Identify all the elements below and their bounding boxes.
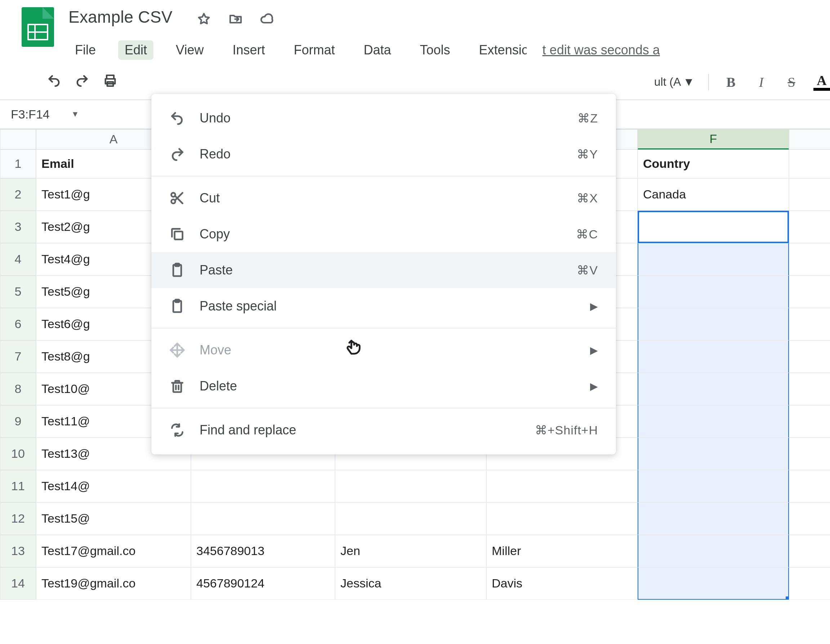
bold-button[interactable]: B bbox=[723, 74, 739, 90]
cell[interactable] bbox=[789, 438, 830, 470]
col-header-f[interactable]: F bbox=[638, 129, 789, 149]
cell[interactable]: Test15@ bbox=[36, 502, 191, 535]
cell[interactable] bbox=[638, 470, 789, 502]
cell[interactable] bbox=[638, 405, 789, 438]
cell[interactable] bbox=[789, 243, 830, 275]
cell[interactable]: Test17@gmail.co bbox=[36, 535, 191, 567]
cell[interactable] bbox=[638, 438, 789, 470]
cell[interactable] bbox=[789, 502, 830, 535]
cell[interactable] bbox=[638, 243, 789, 275]
cell[interactable]: Jessica bbox=[335, 567, 486, 600]
active-cell[interactable] bbox=[638, 211, 789, 243]
cell[interactable]: Test19@gmail.co bbox=[36, 567, 191, 600]
select-all-corner[interactable] bbox=[0, 129, 36, 149]
cloud-status-icon[interactable] bbox=[260, 12, 274, 29]
cell[interactable] bbox=[789, 178, 830, 211]
font-family-picker[interactable]: ult (A ▼ bbox=[654, 75, 695, 89]
menu-delete[interactable]: Delete ▶ bbox=[151, 368, 616, 404]
row-header[interactable]: 2 bbox=[0, 178, 36, 211]
row-header[interactable]: 10 bbox=[0, 438, 36, 470]
cell[interactable]: Davis bbox=[486, 567, 638, 600]
document-title[interactable]: Example CSV bbox=[68, 8, 173, 26]
row-header[interactable]: 6 bbox=[0, 308, 36, 340]
menu-view[interactable]: View bbox=[169, 40, 210, 60]
cell[interactable] bbox=[638, 502, 789, 535]
row-header[interactable]: 3 bbox=[0, 211, 36, 243]
menu-paste-special[interactable]: Paste special ▶ bbox=[151, 288, 616, 324]
move-to-folder-icon[interactable] bbox=[228, 12, 243, 29]
name-box[interactable]: F3:F14 ▼ bbox=[11, 107, 87, 121]
cell[interactable]: Canada bbox=[638, 178, 789, 211]
cell[interactable] bbox=[638, 308, 789, 340]
text-color-button[interactable]: A bbox=[813, 73, 830, 91]
col-header-g[interactable] bbox=[789, 129, 830, 149]
redo-icon bbox=[169, 146, 185, 162]
cell[interactable]: 3456789013 bbox=[191, 535, 335, 567]
menu-cut[interactable]: Cut ⌘X bbox=[151, 180, 616, 216]
menu-undo[interactable]: Undo ⌘Z bbox=[151, 100, 616, 136]
cell[interactable]: Test14@ bbox=[36, 470, 191, 502]
row-header[interactable]: 9 bbox=[0, 405, 36, 438]
last-edit-link[interactable]: t edit was seconds a bbox=[543, 43, 660, 58]
menu-insert[interactable]: Insert bbox=[226, 40, 271, 60]
cell[interactable] bbox=[789, 373, 830, 405]
print-icon[interactable] bbox=[103, 73, 117, 91]
cell[interactable] bbox=[335, 470, 486, 502]
cell[interactable] bbox=[789, 405, 830, 438]
menu-item-label: Copy bbox=[200, 226, 562, 242]
menu-find-replace[interactable]: Find and replace ⌘+Shift+H bbox=[151, 412, 616, 448]
row-header[interactable]: 1 bbox=[0, 149, 36, 178]
menu-paste[interactable]: Paste ⌘V bbox=[151, 252, 616, 288]
menu-item-label: Find and replace bbox=[200, 422, 521, 438]
menu-data[interactable]: Data bbox=[357, 40, 398, 60]
menu-copy[interactable]: Copy ⌘C bbox=[151, 216, 616, 252]
cell[interactable]: Country bbox=[638, 149, 789, 178]
redo-icon[interactable] bbox=[75, 73, 89, 91]
row-header[interactable]: 12 bbox=[0, 502, 36, 535]
strikethrough-button[interactable]: S bbox=[783, 74, 800, 90]
cell[interactable] bbox=[789, 308, 830, 340]
cell[interactable] bbox=[191, 470, 335, 502]
row-header[interactable]: 13 bbox=[0, 535, 36, 567]
row-header[interactable]: 11 bbox=[0, 470, 36, 502]
row-header[interactable]: 4 bbox=[0, 243, 36, 275]
cell[interactable] bbox=[789, 149, 830, 178]
cell[interactable] bbox=[638, 373, 789, 405]
cell[interactable]: Miller bbox=[486, 535, 638, 567]
row-header[interactable]: 7 bbox=[0, 340, 36, 373]
submenu-arrow-icon: ▶ bbox=[590, 344, 598, 356]
cell[interactable] bbox=[335, 502, 486, 535]
font-family-name: ult (A bbox=[654, 75, 681, 89]
cell[interactable] bbox=[789, 275, 830, 308]
row-header[interactable]: 8 bbox=[0, 373, 36, 405]
cell[interactable] bbox=[638, 275, 789, 308]
cell[interactable] bbox=[486, 470, 638, 502]
cell[interactable] bbox=[638, 535, 789, 567]
cell[interactable] bbox=[789, 567, 830, 600]
cell[interactable]: 4567890124 bbox=[191, 567, 335, 600]
cell[interactable] bbox=[789, 535, 830, 567]
cell[interactable] bbox=[789, 470, 830, 502]
cell[interactable]: Jen bbox=[335, 535, 486, 567]
scissors-icon bbox=[169, 190, 185, 206]
menu-redo[interactable]: Redo ⌘Y bbox=[151, 136, 616, 172]
cell[interactable] bbox=[486, 502, 638, 535]
sheets-logo-icon[interactable] bbox=[22, 7, 54, 47]
clipboard-icon bbox=[169, 262, 185, 278]
menu-edit[interactable]: Edit bbox=[118, 40, 154, 60]
italic-button[interactable]: I bbox=[753, 74, 770, 90]
cell[interactable] bbox=[638, 567, 789, 600]
menu-extensions[interactable]: Extensions bbox=[473, 40, 527, 60]
cell[interactable] bbox=[191, 502, 335, 535]
cell[interactable] bbox=[789, 340, 830, 373]
undo-icon[interactable] bbox=[47, 73, 61, 91]
row-header[interactable]: 5 bbox=[0, 275, 36, 308]
menu-file[interactable]: File bbox=[68, 40, 102, 60]
row-header[interactable]: 14 bbox=[0, 567, 36, 600]
menu-separator bbox=[151, 328, 616, 329]
cell[interactable] bbox=[789, 211, 830, 243]
menu-format[interactable]: Format bbox=[287, 40, 342, 60]
cell[interactable] bbox=[638, 340, 789, 373]
star-icon[interactable] bbox=[197, 12, 211, 29]
menu-tools[interactable]: Tools bbox=[413, 40, 457, 60]
